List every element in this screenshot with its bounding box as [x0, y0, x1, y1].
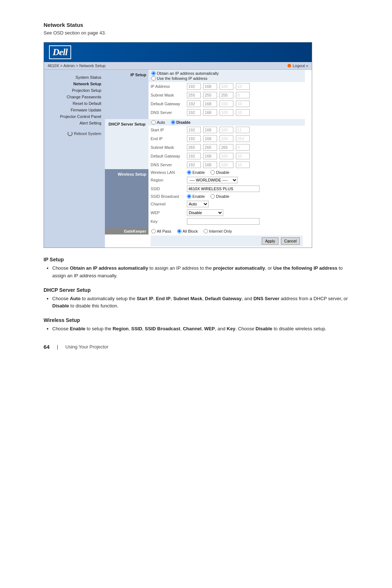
- gateway-c[interactable]: [220, 101, 233, 107]
- dhcp-subnet-c[interactable]: [220, 144, 233, 151]
- ssid-broadcast-disable-option[interactable]: Disable: [211, 194, 229, 199]
- dhcp-dns-a[interactable]: [187, 162, 201, 168]
- cancel-button[interactable]: Cancel: [281, 237, 300, 245]
- radio-gatekeeper-all-block[interactable]: [177, 229, 181, 233]
- start-ip-b[interactable]: [203, 127, 217, 133]
- radio-gatekeeper-internet-only[interactable]: [204, 229, 208, 233]
- dns-b[interactable]: [203, 109, 217, 116]
- dhcp-setup-section-title: DHCP Server Setup: [44, 287, 348, 293]
- sidebar-item-alert-setting[interactable]: Alert Setting: [44, 120, 105, 126]
- wireless-lan-label: Wireless LAN: [148, 169, 185, 176]
- wireless-key-input[interactable]: [187, 218, 260, 225]
- sidebar-item-network-setup[interactable]: Network Setup: [44, 81, 105, 87]
- dns-a[interactable]: [187, 109, 201, 116]
- subnet-a[interactable]: [187, 92, 201, 98]
- end-ip-a[interactable]: [187, 135, 201, 142]
- dhcp-subnet-d[interactable]: [236, 144, 250, 151]
- gatekeeper-internet-only-option[interactable]: Internet Only: [204, 229, 232, 233]
- dhcp-subnet-b[interactable]: [203, 144, 217, 151]
- start-ip-d[interactable]: [236, 127, 250, 133]
- radio-dhcp-auto[interactable]: [151, 120, 156, 124]
- end-ip-c[interactable]: [220, 135, 233, 142]
- wireless-wep-label: WEP: [148, 208, 185, 217]
- dhcp-gw-d[interactable]: [236, 153, 250, 159]
- radio-ssid-broadcast-enable[interactable]: [187, 194, 191, 199]
- main-layout: System Status Network Setup Projection S…: [44, 70, 312, 248]
- end-ip-d[interactable]: [236, 135, 250, 142]
- wireless-channel-label: Channel: [148, 200, 185, 208]
- subnet-c[interactable]: [220, 92, 233, 98]
- use-following-label: Use the following IP address: [157, 76, 207, 81]
- dns-d[interactable]: [236, 109, 250, 116]
- end-ip-b[interactable]: [203, 135, 217, 142]
- sidebar-item-change-passwords[interactable]: Change Passwords: [44, 94, 105, 100]
- sidebar-item-firmware-update[interactable]: Firmware Update: [44, 107, 105, 113]
- subnet-d[interactable]: [236, 92, 250, 98]
- ip-setup-section: IP Setup Choose Obtain an IP address aut…: [44, 257, 348, 280]
- ip-address-a[interactable]: [187, 83, 201, 90]
- subnet-b[interactable]: [203, 92, 217, 98]
- wireless-key-input-cell: [185, 217, 305, 226]
- wireless-disable-option[interactable]: Disable: [211, 170, 229, 175]
- radio-gatekeeper-all-pass[interactable]: [151, 229, 156, 233]
- wireless-setup-section-title: Wireless Setup: [44, 317, 348, 323]
- page-subtext: See OSD section on page 43.: [44, 30, 348, 36]
- radio-use-following[interactable]: [151, 76, 156, 81]
- wireless-ssid-broadcast-options: Enable Disable: [185, 193, 305, 200]
- sidebar-item-projection-setup[interactable]: Projection Setup: [44, 87, 105, 94]
- dell-logo: Dell: [49, 45, 71, 59]
- radio-wireless-disable[interactable]: [211, 170, 215, 175]
- ip-address-d[interactable]: [236, 83, 250, 90]
- start-ip-c[interactable]: [220, 127, 233, 133]
- dhcp-disable-option[interactable]: Disable: [171, 120, 191, 124]
- dhcp-auto-option[interactable]: Auto: [151, 120, 165, 124]
- gatekeeper-row: GateKeeper All Pass All Block: [105, 228, 312, 234]
- wireless-channel-select[interactable]: Auto: [187, 201, 209, 207]
- dhcp-dns-c[interactable]: [220, 162, 233, 168]
- ssid-broadcast-enable-option[interactable]: Enable: [187, 194, 205, 199]
- wireless-wep-select[interactable]: Disable: [187, 209, 223, 216]
- dhcp-subnet-a[interactable]: [187, 144, 201, 151]
- start-ip-a[interactable]: [187, 127, 201, 133]
- dhcp-toggle-row: DHCP Server Setup Auto Disable: [105, 119, 312, 126]
- gatekeeper-label: GateKeeper: [105, 228, 148, 234]
- sidebar-item-reboot-system[interactable]: Reboot System: [44, 130, 105, 137]
- sidebar-item-projector-control-panel[interactable]: Projector Control Panel: [44, 113, 105, 120]
- gateway-b[interactable]: [203, 101, 217, 107]
- wireless-ssid-input[interactable]: [187, 185, 260, 192]
- ip-address-c[interactable]: [220, 83, 233, 90]
- dhcp-gateway-inputs: . . .: [185, 152, 305, 160]
- radio-dhcp-disable[interactable]: [171, 120, 175, 124]
- dhcp-subnet-inputs: . . .: [185, 143, 305, 152]
- dhcp-gw-c[interactable]: [220, 153, 233, 159]
- dhcp-dns-d[interactable]: [236, 162, 250, 168]
- dhcp-subnet-label: Subnet Mask: [148, 143, 185, 152]
- dhcp-gw-a[interactable]: [187, 153, 201, 159]
- dns-server-label: DNS Server: [148, 108, 185, 117]
- radio-ssid-broadcast-disable[interactable]: [211, 194, 215, 199]
- dns-c[interactable]: [220, 109, 233, 116]
- wireless-enable-option[interactable]: Enable: [187, 170, 205, 175]
- wireless-setup-section: Wireless Setup Choose Enable to setup th…: [44, 317, 348, 333]
- gateway-d[interactable]: [236, 101, 250, 107]
- gateway-a[interactable]: [187, 101, 201, 107]
- sidebar-item-system-status[interactable]: System Status: [44, 74, 105, 81]
- gatekeeper-all-block-option[interactable]: All Block: [177, 229, 198, 233]
- gatekeeper-options: All Pass All Block Internet Only: [148, 228, 305, 234]
- sidebar-item-reset-to-default[interactable]: Reset to Default: [44, 100, 105, 107]
- apply-button[interactable]: Apply: [262, 237, 278, 245]
- ip-address-b[interactable]: [203, 83, 217, 90]
- wireless-region-select[interactable]: ---- WORLDWIDE ----: [187, 177, 238, 183]
- dhcp-bullet: Choose Auto to automatically setup the S…: [52, 295, 348, 310]
- action-row: Apply Cancel: [151, 236, 303, 246]
- dns-server-inputs: . . .: [185, 108, 305, 117]
- radio-obtain-auto[interactable]: [151, 71, 156, 75]
- radio-wireless-enable[interactable]: [187, 170, 191, 175]
- ssid-broadcast-enable-label: Enable: [192, 194, 205, 199]
- gatekeeper-all-pass-option[interactable]: All Pass: [151, 229, 171, 233]
- wireless-region-label: Region: [148, 176, 185, 184]
- dhcp-gw-b[interactable]: [203, 153, 217, 159]
- logout-button[interactable]: Logout »: [287, 64, 308, 68]
- wireless-ssid-input-cell: [185, 184, 305, 193]
- dhcp-dns-b[interactable]: [203, 162, 217, 168]
